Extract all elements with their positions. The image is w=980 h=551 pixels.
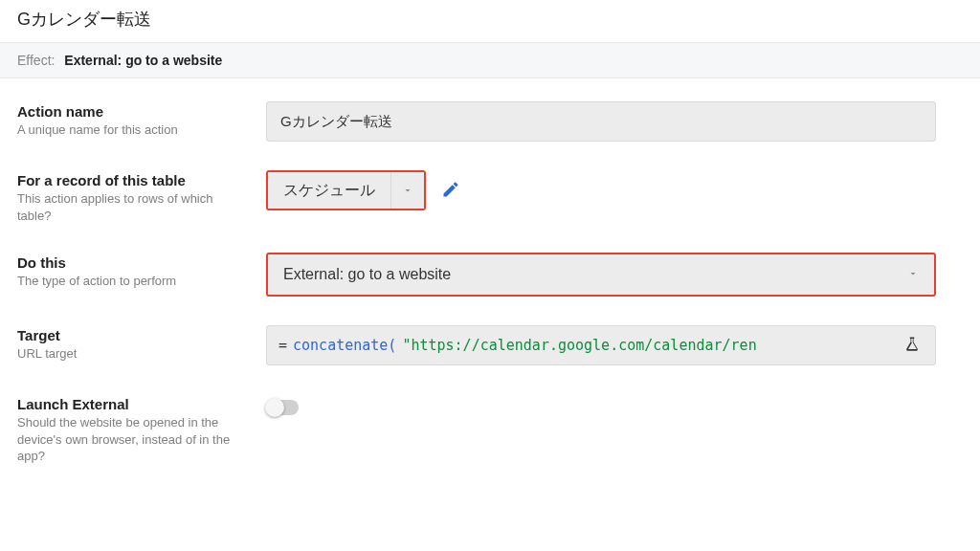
label-col: Launch External Should the website be op… [17,394,266,465]
launch-external-toggle[interactable] [266,400,299,415]
effect-bar: Effect: External: go to a website [0,43,980,78]
label-col: Target URL target [17,325,266,363]
control-col: = concatenate("https://calendar.google.c… [266,325,963,365]
row-action-name: Action name A unique name for this actio… [17,101,963,142]
table-select-value: スケジュール [268,172,391,209]
control-col [266,394,963,415]
effect-label: Effect: [17,53,55,68]
flask-icon [903,336,921,356]
field-desc: Should the website be opened in the devi… [17,414,243,465]
control-col: Gカレンダー転送 [266,101,963,142]
field-label: Do this [17,254,243,271]
label-col: Do this The type of action to perform [17,253,266,290]
row-table: For a record of this table This action a… [17,170,963,224]
form: Action name A unique name for this actio… [0,78,980,492]
do-this-select[interactable]: External: go to a website [266,253,936,297]
field-label: Action name [17,103,243,120]
expr-str: "https://calendar.google.com/calendar/re… [402,337,756,354]
do-this-value: External: go to a website [283,266,451,283]
page-title: Gカレンダー転送 [17,8,963,31]
row-do-this: Do this The type of action to perform Ex… [17,253,963,297]
table-select[interactable]: スケジュール [266,170,426,210]
page-header: Gカレンダー転送 [0,0,980,43]
expression-assistant-button[interactable] [901,334,924,357]
field-label: For a record of this table [17,172,243,188]
field-desc: The type of action to perform [17,273,243,290]
chevron-down-icon [391,172,424,209]
control-col: External: go to a website [266,253,963,297]
row-launch-external: Launch External Should the website be op… [17,394,963,465]
action-name-value: Gカレンダー転送 [280,113,392,131]
expr-eq: = [278,337,287,354]
pencil-icon [441,180,460,202]
edit-table-button[interactable] [437,177,464,204]
field-desc: This action applies to rows of which tab… [17,190,243,224]
chevron-down-icon [907,266,919,283]
control-col: スケジュール [266,170,963,210]
field-label: Launch External [17,396,243,412]
field-label: Target [17,327,243,343]
label-col: For a record of this table This action a… [17,170,266,224]
row-target: Target URL target = concatenate("https:/… [17,325,963,365]
target-expression-input[interactable]: = concatenate("https://calendar.google.c… [266,325,936,365]
label-col: Action name A unique name for this actio… [17,101,266,139]
field-desc: URL target [17,345,243,363]
action-name-input[interactable]: Gカレンダー転送 [266,101,936,142]
expr-func: concatenate( [293,337,396,354]
effect-value: External: go to a website [64,53,222,68]
field-desc: A unique name for this action [17,121,243,139]
toggle-knob [265,398,284,417]
